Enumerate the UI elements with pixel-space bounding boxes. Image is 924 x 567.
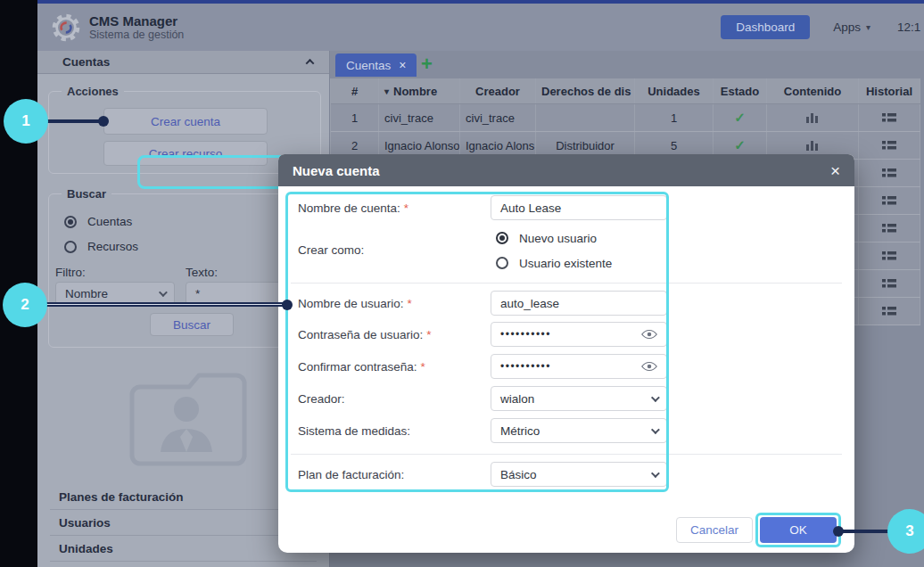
status-check-icon: ✓: [734, 110, 746, 126]
tab-close-icon[interactable]: ×: [399, 58, 406, 72]
history-list-icon[interactable]: [882, 251, 896, 260]
password-label: Contraseña de usuario:*: [298, 322, 432, 347]
measure-system-select[interactable]: Métrico: [491, 418, 667, 443]
callout-line-1: [45, 119, 103, 123]
text-label: Texto:: [186, 266, 218, 279]
sidebar-item-label: Unidades: [59, 542, 113, 555]
show-password-icon[interactable]: [641, 329, 657, 340]
close-icon[interactable]: ×: [830, 162, 840, 179]
account-name-label: Nombre de cuenta:*: [298, 195, 408, 220]
history-list-icon[interactable]: [882, 224, 896, 233]
app-title: CMS Manager: [89, 13, 184, 29]
col-num[interactable]: #: [331, 78, 379, 103]
radio-resources-label: Recursos: [87, 240, 138, 253]
col-estado[interactable]: Estado: [714, 78, 767, 103]
callout-dot-3: [833, 526, 844, 537]
radio-accounts-icon[interactable]: [64, 216, 77, 228]
history-list-icon[interactable]: [882, 168, 896, 177]
create-as-label: Crear como:: [298, 237, 364, 262]
col-contenido[interactable]: Contenido: [767, 78, 859, 103]
account-name-input[interactable]: Auto Lease: [491, 195, 667, 220]
radio-existing-user-label: Usuario existente: [519, 257, 612, 270]
table-row[interactable]: 1 civi_trace civi_trace 1 ✓: [331, 104, 920, 132]
billing-plan-select[interactable]: Básico: [491, 462, 667, 487]
app-header: CMS Manager Sistema de gestión Dashboard…: [37, 4, 924, 51]
cancel-button[interactable]: Cancelar: [676, 517, 753, 543]
confirm-password-input[interactable]: ••••••••••: [491, 354, 667, 379]
search-legend: Buscar: [62, 187, 111, 201]
cell-num: 1: [331, 104, 379, 131]
measure-chevron-icon: [651, 425, 660, 434]
apps-label: Apps: [833, 21, 861, 34]
callout-badge-2: 2: [3, 283, 47, 327]
col-nombre[interactable]: ▾ Nombre: [379, 78, 460, 103]
required-marker: *: [404, 201, 408, 215]
divider: [291, 283, 842, 284]
password-input[interactable]: ••••••••••: [491, 322, 667, 347]
history-list-icon[interactable]: [882, 307, 896, 316]
cell-unidades: 1: [635, 104, 714, 131]
filter-select-value: Nombre: [65, 287, 108, 300]
measure-system-value: Métrico: [500, 424, 540, 438]
col-unidades[interactable]: Unidades: [635, 78, 714, 103]
status-check-icon: ✓: [734, 137, 746, 153]
callout-dot-2: [282, 300, 293, 310]
username-label: Nombre de usuario:*: [298, 291, 412, 316]
history-list-icon[interactable]: [882, 113, 896, 122]
ok-button[interactable]: OK: [760, 517, 837, 543]
content-chart-icon[interactable]: [806, 112, 819, 123]
history-list-icon[interactable]: [882, 141, 896, 150]
collapse-chevron-icon[interactable]: [306, 59, 315, 68]
creator-value: wialon: [500, 392, 534, 406]
radio-existing-user-icon[interactable]: [496, 257, 508, 269]
required-marker: *: [408, 297, 412, 310]
password-value: ••••••••••: [500, 328, 551, 341]
search-button[interactable]: Buscar: [150, 313, 234, 336]
creator-chevron-icon: [651, 393, 660, 402]
radio-resources[interactable]: Recursos: [64, 240, 138, 253]
radio-new-user-icon[interactable]: [496, 232, 508, 244]
sidebar-panel-header[interactable]: Cuentas: [37, 51, 329, 74]
username-input[interactable]: auto_lease: [491, 291, 667, 316]
billing-plan-label: Plan de facturación:: [298, 462, 404, 487]
clock: 12:1: [897, 21, 924, 34]
create-resource-button[interactable]: Crear recurso: [103, 141, 268, 166]
radio-accounts[interactable]: Cuentas: [64, 215, 132, 228]
dashboard-button[interactable]: Dashboard: [721, 15, 810, 39]
filter-label: Filtro:: [55, 266, 86, 279]
tab-cuentas[interactable]: Cuentas ×: [335, 53, 417, 77]
history-list-icon[interactable]: [882, 196, 896, 205]
show-password-icon[interactable]: [641, 361, 657, 372]
required-marker: *: [421, 360, 425, 374]
cms-gear-logo-icon: [50, 12, 82, 44]
filter-chevron-icon: [159, 288, 168, 297]
radio-new-user[interactable]: Nuevo usuario: [496, 230, 597, 246]
radio-resources-icon[interactable]: [64, 241, 77, 253]
plan-chevron-icon: [651, 469, 660, 478]
billing-plan-value: Básico: [500, 468, 537, 481]
username-value: auto_lease: [500, 297, 559, 310]
app-subtitle: Sistema de gestión: [89, 29, 184, 41]
callout-dot-1: [98, 116, 109, 127]
text-input-value: *: [195, 287, 200, 300]
history-list-icon[interactable]: [882, 279, 896, 288]
required-marker: *: [426, 328, 431, 341]
cell-derechos: [536, 104, 635, 131]
content-chart-icon[interactable]: [806, 140, 819, 151]
col-creador[interactable]: Creador: [460, 78, 536, 103]
add-tab-button[interactable]: +: [421, 53, 433, 76]
new-account-dialog: Nueva cuenta × Nombre de cuenta:* Auto L…: [278, 154, 854, 553]
creator-select[interactable]: wialon: [491, 386, 667, 411]
creator-label: Creador:: [298, 386, 345, 411]
col-derechos[interactable]: Derechos de dis: [536, 78, 635, 103]
radio-accounts-label: Cuentas: [87, 215, 132, 228]
sort-caret-icon: ▾: [384, 86, 389, 96]
col-historial[interactable]: Historial: [859, 78, 920, 103]
radio-existing-user[interactable]: Usuario existente: [496, 255, 612, 271]
measure-system-label: Sistema de medidas:: [298, 418, 410, 443]
folder-user-icon: [120, 354, 253, 470]
create-account-button[interactable]: Crear cuenta: [103, 108, 268, 135]
dialog-header[interactable]: Nueva cuenta ×: [278, 154, 854, 186]
apps-dropdown-icon: ▾: [866, 22, 870, 32]
apps-menu[interactable]: Apps ▾: [833, 21, 870, 34]
